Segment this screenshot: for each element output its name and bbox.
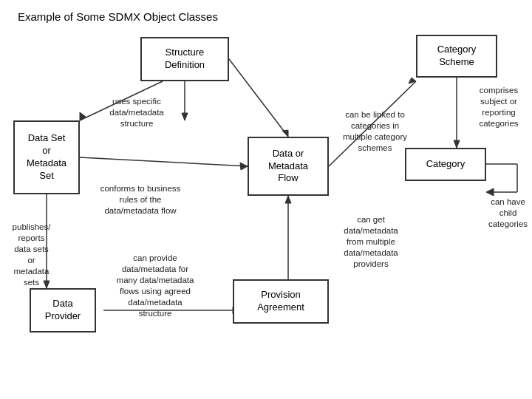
svg-marker-15 <box>454 140 460 148</box>
box-data-flow: Data orMetadataFlow <box>248 137 329 196</box>
data-provider-label: DataProvider <box>45 298 81 323</box>
label-comprises: comprisessubject orreportingcategories <box>469 85 528 129</box>
svg-marker-3 <box>80 112 86 120</box>
box-data-set: Data SetorMetadataSet <box>13 120 80 194</box>
svg-marker-1 <box>182 113 188 120</box>
box-provision-agreement: ProvisionAgreement <box>233 279 329 324</box>
page-title: Example of Some SDMX Object Classes <box>18 10 218 23</box>
label-can-get: can getdata/metadatafrom multipledata/me… <box>330 214 412 270</box>
svg-marker-5 <box>240 163 248 170</box>
svg-marker-19 <box>486 188 494 196</box>
data-flow-label: Data orMetadataFlow <box>268 148 308 185</box>
label-can-be-linked: can be linked tocategories inmultiple ca… <box>332 109 417 154</box>
label-uses-specific: uses specificdata/metadatastructure <box>100 96 174 129</box>
svg-marker-21 <box>282 130 288 137</box>
data-set-label: Data SetorMetadataSet <box>27 132 66 183</box>
box-category-scheme: CategoryScheme <box>416 35 497 78</box>
label-can-provide: can providedata/metadata formany data/me… <box>103 253 207 319</box>
label-publishes: publishes/reportsdata setsormetadatasets <box>0 222 63 288</box>
category-scheme-label: CategoryScheme <box>437 44 477 69</box>
svg-line-20 <box>229 59 288 137</box>
diagram: Example of Some SDMX Object Classes <box>0 0 532 399</box>
structure-definition-label: StructureDefinition <box>165 47 205 72</box>
label-can-have-child: can havechildcategories <box>484 197 532 230</box>
svg-line-4 <box>80 157 248 166</box>
provision-agreement-label: ProvisionAgreement <box>257 289 304 314</box>
label-conforms-to: conforms to businessrules of thedata/met… <box>92 183 188 216</box>
svg-marker-13 <box>409 78 416 83</box>
box-structure-definition: StructureDefinition <box>140 37 229 81</box>
box-data-provider: DataProvider <box>30 288 96 332</box>
category-label: Category <box>426 158 466 171</box>
svg-marker-11 <box>285 196 291 203</box>
